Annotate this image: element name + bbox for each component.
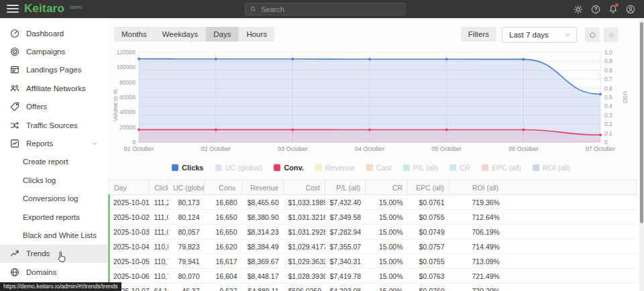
legend-item-roi-all[interactable]: ROI (all) [533, 164, 570, 172]
legend-item-clicks[interactable]: Clicks [172, 164, 203, 172]
sidebar-item-create-report[interactable]: Create report [0, 153, 107, 171]
tab-days[interactable]: Days [206, 27, 239, 42]
notifications-bell-icon[interactable] [607, 3, 619, 15]
table-row[interactable]: 2025-10-01111,2180,17316,680$8,465.60$1,… [109, 195, 637, 210]
cell-uc-global: 79,823 [168, 239, 205, 254]
cell-clicks: 64,16 [150, 284, 168, 291]
column-header-revenue[interactable]: Revenue [242, 180, 284, 195]
cell-day: 2025-10-04 [109, 239, 150, 254]
legend-item-conv[interactable]: Conv. [274, 164, 304, 172]
column-header-p-l-all[interactable]: P/L (all) [325, 180, 366, 195]
sidebar-item-label: Dashboard [26, 30, 64, 38]
sidebar-item-campaigns[interactable]: Campaigns [0, 42, 107, 60]
account-icon[interactable] [625, 3, 636, 15]
cell-conv: 16,650 [205, 210, 242, 225]
table-row[interactable]: 2025-10-03111,0080,05716,650$8,314.23$1,… [109, 225, 637, 239]
legend-swatch [449, 164, 456, 171]
legend-swatch [172, 164, 178, 171]
cell-day: 2025-10-03 [109, 225, 150, 239]
table-row[interactable]: 2025-10-02111,0080,12416,650$8,380.90$1,… [109, 210, 637, 225]
sidebar-item-affiliate-networks[interactable]: Affiliate Networks [0, 79, 107, 97]
settings-gear-icon[interactable] [572, 3, 584, 15]
svg-text:0.8: 0.8 [604, 67, 612, 74]
legend-item-epc-all[interactable]: EPC (all) [482, 164, 521, 172]
cell-conv: 9,627 [205, 284, 242, 291]
period-select[interactable]: Last 7 days [502, 27, 577, 43]
sidebar-item-conversions-log[interactable]: Conversions log [0, 190, 107, 208]
table-row[interactable]: 2025-10-0764,1646,379,627$4,889.11$596.0… [109, 284, 637, 291]
cell-epc-all: $0.0761 [408, 195, 449, 210]
column-header-day[interactable]: Day [109, 180, 150, 195]
cell-roi-all: 706.19% [449, 225, 637, 239]
cell-cr: 15.00% [366, 210, 408, 225]
legend-swatch [533, 164, 539, 171]
sidebar-item-domains[interactable]: Domains [0, 263, 107, 281]
cell-clicks: 111,00 [150, 210, 168, 225]
cell-cost: $1,029.3633 [284, 254, 325, 269]
legend-item-cost[interactable]: Cost [366, 164, 392, 172]
svg-text:03 October: 03 October [278, 146, 308, 152]
legend-label: Clicks [182, 164, 203, 172]
reports-icon [9, 138, 20, 149]
sidebar-item-landings-pages[interactable]: Landings Pages [0, 61, 107, 79]
table-row[interactable]: 2025-10-06110,7080,07016,604$8,448.17$1,… [109, 269, 637, 284]
sidebar-item-reports[interactable]: Reports [0, 134, 107, 152]
column-header-cr[interactable]: CR [366, 180, 408, 195]
page-scrollbar [639, 18, 644, 291]
tab-weekdays[interactable]: Weekdays [155, 27, 206, 42]
column-header-roi-all[interactable]: ROI (all) [449, 180, 637, 195]
svg-text:0.7: 0.7 [604, 76, 612, 82]
cell-conv: 16,604 [205, 269, 242, 284]
cell-epc-all: $0.0763 [408, 269, 449, 284]
keitaro-logo: Keitaro [24, 2, 64, 15]
column-header-uc-global[interactable]: UC (global) [168, 180, 205, 195]
column-header-conv[interactable]: Conv. [205, 180, 242, 195]
legend-label: P/L (all) [413, 164, 439, 172]
notification-badge [615, 3, 619, 7]
filters-button[interactable]: Filters [461, 27, 496, 42]
table-row[interactable]: 2025-10-04110,8079,82316,620$8,384.49$1,… [109, 239, 637, 254]
period-select-value: Last 7 days [509, 31, 549, 39]
cell-day: 2025-10-05 [109, 254, 150, 269]
trends-table: DayClicksUC (global)Conv.RevenueCostP/L … [108, 180, 637, 291]
column-header-clicks[interactable]: Clicks [150, 180, 168, 195]
sidebar-item-exported-reports[interactable]: Exported reports [0, 208, 107, 226]
gear-icon [607, 31, 616, 40]
column-header-cost[interactable]: Cost [284, 180, 325, 195]
search-input[interactable] [261, 5, 388, 13]
chart-settings-button[interactable] [604, 27, 619, 42]
scrollbar-thumb[interactable] [640, 22, 643, 223]
hamburger-menu-icon[interactable] [7, 5, 19, 13]
refresh-button[interactable] [585, 27, 600, 42]
legend-item-p-l-all[interactable]: P/L (all) [403, 164, 439, 172]
legend-item-uc-global[interactable]: UC (global) [215, 164, 263, 172]
global-search[interactable] [245, 3, 406, 15]
sidebar-item-offers[interactable]: Offers [0, 98, 107, 116]
svg-text:02 October: 02 October [201, 146, 231, 152]
traffic-icon [9, 120, 20, 131]
sidebar-item-dashboard[interactable]: Dashboard [0, 24, 107, 42]
cell-day: 2025-10-01 [109, 195, 150, 210]
svg-text:20000: 20000 [119, 124, 136, 131]
help-icon[interactable] [590, 3, 601, 15]
column-header-epc-all[interactable]: EPC (all) [408, 180, 449, 195]
svg-text:01 October: 01 October [124, 146, 154, 152]
svg-text:0.6: 0.6 [604, 85, 612, 92]
cell-conv: 16,650 [205, 225, 242, 239]
tab-months[interactable]: Months [114, 27, 155, 42]
svg-text:60000: 60000 [119, 94, 136, 101]
cell-revenue: $8,384.49 [242, 239, 284, 254]
legend-item-revenue[interactable]: Revenue [315, 164, 355, 172]
legend-label: Cost [376, 164, 392, 172]
chevron-down-icon [91, 140, 98, 148]
sidebar-item-trends[interactable]: Trends [0, 245, 107, 263]
tab-hours[interactable]: Hours [239, 27, 274, 42]
cell-cr: 15.00% [366, 195, 408, 210]
table-row[interactable]: 2025-10-05110,7979,94116,617$8,369.67$1,… [109, 254, 637, 269]
legend-item-cr[interactable]: CR [449, 164, 470, 172]
sidebar-item-clicks-log[interactable]: Clicks log [0, 171, 107, 189]
sidebar-item-black-and-white-lists[interactable]: Black and White Lists [0, 226, 107, 244]
sidebar-item-traffic-sources[interactable]: Traffic Sources [0, 116, 107, 134]
cell-revenue: $8,448.17 [242, 269, 284, 284]
svg-text:0.9: 0.9 [604, 58, 612, 64]
